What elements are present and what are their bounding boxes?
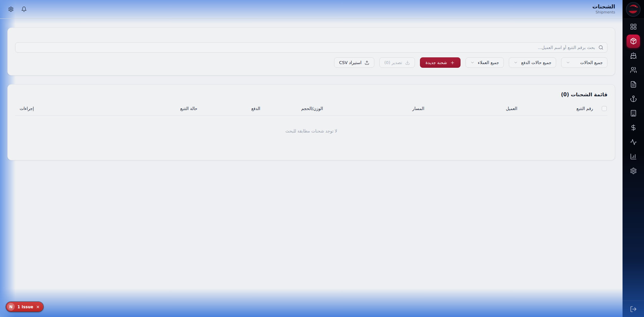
chevron-down-icon: [514, 60, 518, 65]
sidebar-item-ports[interactable]: [623, 92, 644, 106]
shipments-list-title: قائمة الشحنات (0): [15, 92, 607, 98]
logo-box[interactable]: [623, 0, 644, 19]
dashboard-grid-icon: [630, 23, 637, 30]
bell-icon[interactable]: [21, 6, 27, 12]
sidebar-item-offices[interactable]: [623, 106, 644, 120]
chevron-down-icon: [566, 60, 570, 65]
new-shipment-label: شحنة جديدة: [426, 60, 447, 65]
gear-icon[interactable]: [8, 6, 14, 12]
sidebar-item-dashboard[interactable]: [623, 19, 644, 34]
ship-icon: [630, 52, 637, 59]
users-icon: [630, 66, 637, 73]
sidebar-item-shipments[interactable]: [623, 34, 644, 48]
column-route: المسار: [324, 103, 426, 116]
package-icon: [630, 38, 637, 45]
sidebar-item-settings[interactable]: [623, 164, 644, 178]
sidebar-footer: [623, 301, 644, 317]
search-box: [15, 42, 607, 53]
logout-button[interactable]: [623, 301, 644, 317]
customer-filter-select[interactable]: جميع العملاء: [466, 57, 504, 68]
app-header: الشحنات Shipments: [0, 0, 623, 19]
upload-icon: [365, 60, 369, 65]
export-button[interactable]: تصدير (0): [379, 57, 415, 68]
status-filter-select[interactable]: جميع الحالات: [561, 57, 607, 68]
payment-filter-label: جميع حالات الدفع: [521, 60, 551, 65]
search-input[interactable]: [15, 42, 607, 53]
column-tracking-status: حالة التتبع: [35, 103, 199, 116]
sidebar-nav: [623, 19, 644, 178]
page-title-block: الشحنات Shipments: [592, 3, 615, 15]
column-payment: الدفع: [199, 103, 262, 116]
empty-state-row: لا توجد شحنات مطابقة للبحث: [15, 116, 607, 153]
chevron-down-icon: [470, 60, 475, 65]
page-title: الشحنات: [592, 3, 615, 10]
download-icon: [405, 60, 410, 65]
header-actions: [8, 6, 27, 12]
sidebar: [623, 0, 644, 317]
active-nav-pill: [627, 35, 640, 48]
export-label: تصدير (0): [384, 60, 402, 65]
empty-state-message: لا توجد شحنات مطابقة للبحث: [15, 116, 607, 153]
page-subtitle: Shipments: [592, 10, 615, 15]
shipments-table: رقم التتبع العميل المسار الوزن/الحجم الد…: [15, 103, 607, 153]
logout-icon: [630, 306, 637, 313]
issue-count-label: 1 Issue: [17, 305, 33, 309]
payment-status-filter-select[interactable]: جميع حالات الدفع: [509, 57, 556, 68]
bar-chart-icon: [630, 153, 637, 160]
anchor-icon: [630, 95, 637, 102]
plus-icon: [450, 60, 455, 65]
import-csv-label: استيراد CSV: [339, 60, 362, 65]
column-tracking-number: رقم التتبع: [519, 103, 594, 116]
new-shipment-button[interactable]: شحنة جديدة: [420, 57, 461, 68]
main-content: جميع الحالات جميع حالات الدفع جميع العمل…: [0, 19, 623, 160]
sidebar-item-activity[interactable]: [623, 135, 644, 149]
sidebar-item-ships[interactable]: [623, 48, 644, 63]
sidebar-item-customers[interactable]: [623, 63, 644, 77]
search-icon: [598, 45, 603, 50]
customer-filter-label: جميع العملاء: [478, 60, 499, 65]
sidebar-item-documents[interactable]: [623, 77, 644, 92]
gear-icon: [630, 167, 637, 174]
dollar-icon: [630, 124, 637, 131]
sidebar-item-finance[interactable]: [623, 120, 644, 135]
activity-icon: [630, 139, 637, 146]
nextjs-logo-icon[interactable]: N: [7, 303, 15, 311]
dev-issues-badge[interactable]: N 1 Issue: [6, 302, 43, 312]
column-weight-volume: الوزن/الحجم: [262, 103, 324, 116]
close-icon[interactable]: [36, 305, 40, 309]
office-building-icon: [630, 110, 637, 117]
shipments-list-panel: قائمة الشحنات (0) رقم التتبع العميل المس…: [7, 84, 615, 160]
sidebar-item-reports[interactable]: [623, 149, 644, 164]
filters-panel: جميع الحالات جميع حالات الدفع جميع العمل…: [7, 28, 615, 75]
status-filter-label: جميع الحالات: [580, 60, 603, 65]
table-header-row: رقم التتبع العميل المسار الوزن/الحجم الد…: [15, 103, 607, 116]
document-icon: [630, 81, 637, 88]
select-all-checkbox[interactable]: [602, 106, 607, 111]
column-actions: إجراءات: [15, 103, 35, 116]
falcon-handshake-logo: [626, 2, 641, 17]
column-customer: العميل: [426, 103, 519, 116]
filter-row: جميع الحالات جميع حالات الدفع جميع العمل…: [15, 57, 607, 68]
import-csv-button[interactable]: استيراد CSV: [334, 57, 374, 68]
